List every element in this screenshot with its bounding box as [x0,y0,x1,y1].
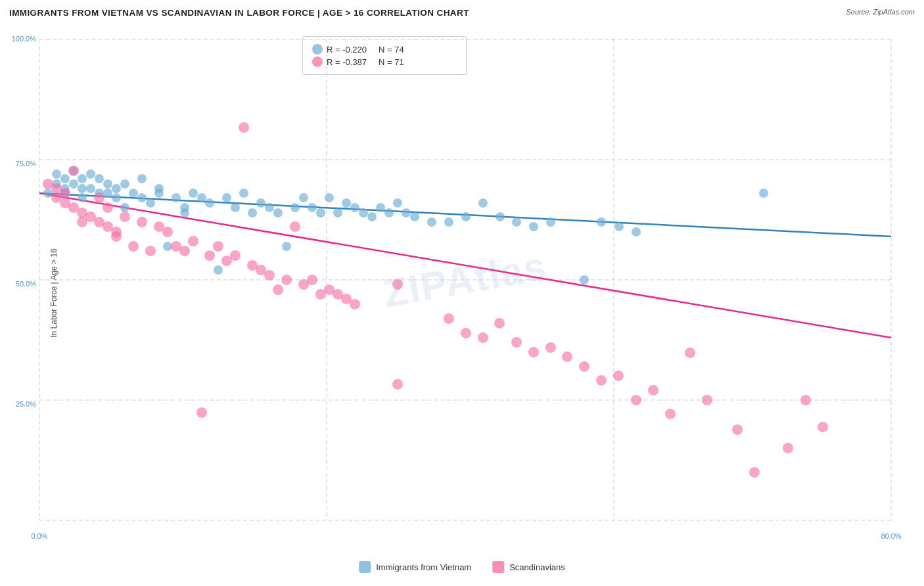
svg-point-19 [78,184,87,193]
y-label-50: 50.0% [16,280,36,288]
svg-point-32 [129,189,138,198]
svg-point-147 [800,395,811,405]
svg-point-112 [239,122,249,133]
svg-point-126 [392,279,403,290]
svg-point-61 [350,203,359,212]
svg-point-134 [545,342,556,353]
svg-point-25 [95,174,104,183]
svg-point-144 [732,424,743,435]
svg-point-136 [579,361,589,372]
svg-point-103 [162,227,173,237]
svg-point-130 [478,332,488,343]
svg-point-71 [461,212,471,221]
svg-point-53 [282,242,291,251]
svg-point-80 [632,227,641,237]
chart-inner: ZIPAtlas [39,39,891,520]
bottom-legend-item-1: Immigrants from Vietnam [359,561,471,573]
svg-point-57 [316,208,325,217]
svg-point-42 [189,189,198,198]
bottom-legend-item-2: Scandinavians [492,561,565,573]
svg-point-142 [685,348,695,358]
y-label-25: 25.0% [16,400,36,408]
svg-point-118 [290,221,300,232]
svg-point-49 [248,208,257,217]
svg-point-107 [196,407,207,418]
svg-point-106 [188,236,198,246]
svg-point-37 [154,189,164,198]
svg-point-11 [43,189,53,198]
svg-point-75 [529,222,538,231]
bottom-legend-label-2: Scandinavians [509,562,565,572]
svg-point-143 [702,395,712,405]
y-label-75: 75.0% [16,160,36,168]
svg-point-28 [112,184,121,193]
svg-point-31 [120,203,129,212]
svg-point-146 [783,443,793,453]
chart-container: IMMIGRANTS FROM VIETNAM VS SCANDINAVIAN … [0,0,924,586]
svg-point-46 [222,193,231,202]
svg-point-63 [367,212,377,221]
svg-point-100 [137,217,147,227]
svg-point-87 [68,166,79,176]
svg-point-125 [350,299,360,309]
svg-point-54 [290,203,300,212]
svg-point-68 [410,212,419,221]
chart-title: IMMIGRANTS FROM VIETNAM VS SCANDINAVIAN … [9,8,469,18]
svg-point-132 [511,337,522,348]
svg-point-56 [308,203,317,212]
svg-point-27 [103,189,112,198]
svg-point-64 [376,203,385,212]
svg-point-115 [264,270,275,281]
svg-point-140 [648,385,658,395]
svg-point-133 [528,347,539,357]
svg-point-97 [111,231,122,242]
svg-point-69 [427,217,436,227]
svg-point-86 [60,188,70,198]
svg-point-48 [239,189,248,198]
svg-point-94 [103,202,113,213]
svg-point-128 [444,313,454,324]
y-label-100: 100.0% [12,35,36,43]
svg-point-105 [179,246,190,256]
svg-point-21 [78,193,87,202]
svg-point-30 [120,179,129,189]
svg-point-99 [128,241,139,252]
svg-point-35 [146,198,155,208]
svg-point-148 [818,422,828,432]
svg-point-47 [231,203,240,212]
svg-point-131 [494,318,505,328]
svg-point-52 [273,208,283,217]
svg-point-141 [665,409,676,419]
svg-point-76 [546,217,555,227]
chart-area: ZIPAtlas [39,39,891,520]
svg-point-59 [333,208,342,217]
svg-point-26 [103,179,112,189]
svg-point-78 [597,217,606,227]
svg-point-81 [759,189,768,198]
svg-point-65 [384,208,394,217]
svg-point-70 [444,217,453,227]
bottom-legend-swatch-2 [492,561,504,573]
svg-point-45 [214,265,223,275]
svg-point-22 [86,169,95,179]
bottom-legend-label-1: Immigrants from Vietnam [376,562,471,572]
svg-point-120 [307,275,317,285]
bottom-legend: Immigrants from Vietnam Scandinavians [359,561,565,573]
svg-point-29 [112,193,121,202]
svg-point-15 [60,174,70,183]
svg-point-50 [256,198,266,208]
svg-point-111 [230,250,241,261]
svg-point-18 [69,179,78,189]
svg-point-58 [325,193,334,202]
svg-point-20 [78,174,87,183]
svg-point-41 [180,203,189,212]
bottom-legend-swatch-1 [359,561,371,573]
svg-point-74 [512,217,521,227]
svg-point-62 [359,208,368,217]
svg-point-129 [461,328,471,338]
svg-point-92 [94,192,104,203]
svg-point-51 [265,203,274,212]
svg-point-73 [496,212,505,221]
svg-point-55 [299,193,308,202]
svg-point-72 [478,198,488,208]
